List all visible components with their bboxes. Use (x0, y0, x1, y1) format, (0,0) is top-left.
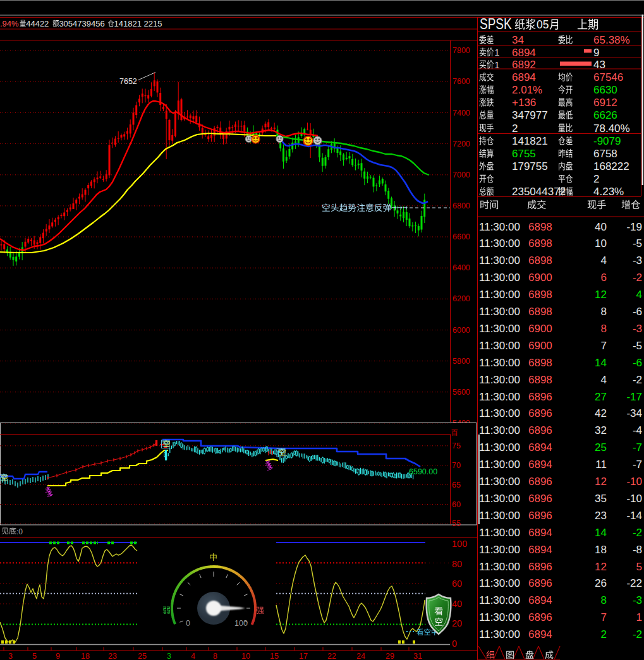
svg-text:11:30:00: 11:30:00 (479, 255, 520, 267)
svg-text:235044372: 235044372 (512, 186, 566, 198)
svg-text:8: 8 (601, 323, 607, 335)
svg-text:-34: -34 (626, 407, 642, 419)
svg-text:6800: 6800 (453, 201, 470, 210)
svg-text:-2: -2 (633, 527, 642, 539)
svg-text:6898: 6898 (528, 357, 552, 369)
svg-text:-5: -5 (633, 340, 642, 352)
svg-text:11:30:00: 11:30:00 (479, 628, 520, 640)
svg-text:26: 26 (595, 577, 607, 589)
svg-text:32: 32 (595, 424, 607, 436)
svg-text:4: 4 (601, 255, 607, 267)
svg-text:6894: 6894 (512, 47, 536, 59)
svg-text:18: 18 (595, 544, 607, 556)
svg-text:1: 1 (636, 611, 642, 623)
svg-text:0: 0 (186, 619, 190, 628)
svg-text:6894: 6894 (528, 441, 552, 453)
svg-text:141821: 141821 (512, 135, 548, 147)
svg-text:60: 60 (452, 579, 462, 589)
svg-text:6: 6 (601, 272, 607, 284)
svg-text:9: 9 (593, 47, 599, 59)
svg-text:-2: -2 (633, 628, 642, 640)
svg-text:7200: 7200 (453, 140, 470, 148)
svg-text:5800: 5800 (453, 357, 470, 366)
svg-text:11:30:00: 11:30:00 (479, 306, 520, 318)
svg-text:7000: 7000 (453, 171, 470, 179)
svg-text:6898: 6898 (528, 374, 552, 386)
svg-text:-10: -10 (626, 476, 642, 488)
svg-text:34: 34 (512, 34, 524, 46)
svg-text:6896: 6896 (528, 561, 552, 573)
svg-text:11:30:00: 11:30:00 (479, 577, 520, 589)
svg-text:100: 100 (234, 619, 248, 628)
svg-text:-7: -7 (633, 459, 642, 471)
svg-text:4: 4 (601, 374, 607, 386)
svg-text:6894: 6894 (528, 594, 552, 606)
svg-text:11:30:00: 11:30:00 (479, 237, 520, 249)
svg-text:6898: 6898 (528, 289, 552, 301)
svg-text:6896: 6896 (528, 476, 552, 488)
svg-text:179755: 179755 (512, 160, 548, 172)
svg-text:65: 65 (452, 481, 461, 489)
svg-text:44422: 44422 (26, 19, 49, 28)
svg-text:-2: -2 (633, 272, 642, 284)
svg-text:6900: 6900 (528, 323, 552, 335)
svg-text:100: 100 (452, 539, 467, 549)
svg-text:11:30:00: 11:30:00 (479, 391, 520, 403)
svg-text:SPSK: SPSK (480, 16, 512, 32)
svg-text:-3: -3 (633, 594, 642, 606)
svg-text:10: 10 (595, 237, 607, 249)
svg-text:1: 1 (494, 60, 499, 70)
svg-text:6400: 6400 (453, 263, 470, 272)
svg-text:2.01%: 2.01% (512, 84, 542, 96)
svg-text:11:30:00: 11:30:00 (479, 441, 520, 453)
svg-text:9: 9 (56, 652, 60, 660)
svg-text:67546: 67546 (593, 71, 623, 83)
svg-text:75: 75 (452, 441, 461, 450)
svg-text:2: 2 (512, 123, 518, 135)
svg-text:6755: 6755 (512, 148, 536, 160)
svg-text:7600: 7600 (453, 77, 470, 86)
svg-text:12: 12 (595, 289, 607, 301)
svg-text:11:30:00: 11:30:00 (479, 424, 520, 436)
svg-text:6912: 6912 (593, 97, 617, 109)
svg-text:14: 14 (595, 527, 607, 539)
svg-text:3054739456: 3054739456 (59, 19, 104, 28)
svg-text:12: 12 (595, 561, 607, 573)
svg-text:70: 70 (452, 461, 461, 470)
svg-text:80: 80 (452, 559, 462, 569)
svg-text:65.38%: 65.38% (593, 34, 630, 46)
svg-text:11:30:00: 11:30:00 (479, 527, 520, 539)
svg-text:8: 8 (213, 652, 217, 660)
svg-text:15: 15 (270, 652, 279, 660)
svg-text:-3: -3 (633, 323, 642, 335)
svg-text:6630: 6630 (593, 84, 617, 96)
svg-text:35: 35 (595, 493, 607, 505)
svg-text:20: 20 (452, 618, 462, 628)
svg-text:-10: -10 (626, 493, 642, 505)
svg-text:05: 05 (537, 18, 549, 31)
svg-text:-17: -17 (626, 391, 642, 403)
svg-text:25: 25 (138, 652, 147, 660)
svg-text:6900: 6900 (528, 340, 552, 352)
svg-text:11:30:00: 11:30:00 (479, 594, 520, 606)
svg-text:7400: 7400 (453, 109, 470, 117)
svg-text:40: 40 (595, 221, 607, 233)
svg-text:10: 10 (241, 652, 250, 660)
svg-text:6896: 6896 (528, 424, 552, 436)
svg-text:11:30:00: 11:30:00 (479, 340, 520, 352)
svg-text:11:30:00: 11:30:00 (479, 493, 520, 505)
svg-text:18: 18 (81, 652, 90, 660)
svg-text:1: 1 (494, 47, 499, 57)
svg-text:-3: -3 (633, 255, 642, 267)
svg-text:14: 14 (595, 357, 607, 369)
svg-text:11:30:00: 11:30:00 (479, 611, 520, 623)
svg-text:168222: 168222 (593, 160, 629, 172)
svg-text:6626: 6626 (593, 109, 617, 121)
svg-text:24: 24 (356, 652, 365, 660)
svg-text:55: 55 (452, 519, 461, 528)
svg-text:17: 17 (299, 652, 308, 660)
svg-text:6590.00: 6590.00 (409, 467, 437, 476)
svg-text:6896: 6896 (528, 493, 552, 505)
svg-text:11:30:00: 11:30:00 (479, 221, 520, 233)
svg-text:-5: -5 (633, 237, 642, 249)
